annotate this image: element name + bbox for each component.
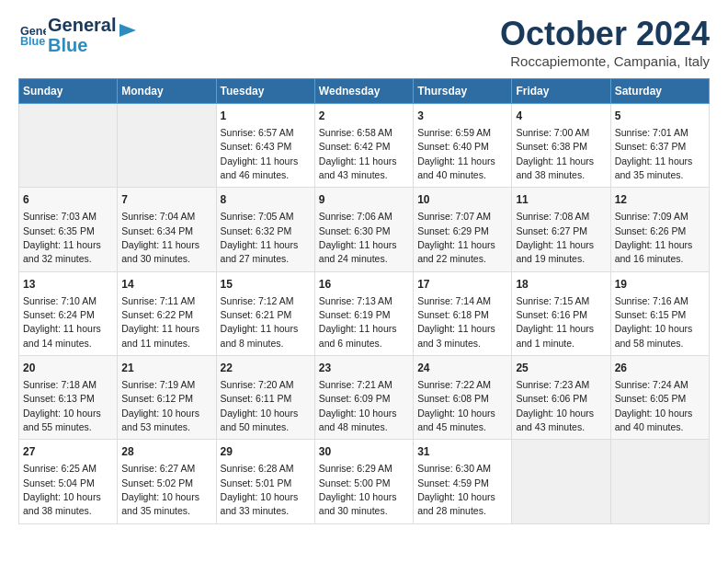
calendar-cell	[19, 104, 118, 188]
cell-info: Sunrise: 7:10 AMSunset: 6:24 PMDaylight:…	[23, 295, 101, 349]
calendar-cell: 20Sunrise: 7:18 AMSunset: 6:13 PMDayligh…	[19, 356, 118, 440]
calendar-cell: 10Sunrise: 7:07 AMSunset: 6:29 PMDayligh…	[414, 188, 512, 271]
day-number: 13	[23, 277, 113, 293]
svg-text:Blue: Blue	[20, 35, 45, 48]
calendar-cell: 5Sunrise: 7:01 AMSunset: 6:37 PMDaylight…	[610, 104, 709, 188]
logo-arrow	[118, 20, 138, 40]
calendar-cell: 25Sunrise: 7:23 AMSunset: 6:06 PMDayligh…	[512, 356, 610, 440]
cell-info: Sunrise: 7:00 AMSunset: 6:38 PMDaylight:…	[516, 127, 594, 180]
cell-info: Sunrise: 6:28 AMSunset: 5:01 PMDaylight:…	[221, 463, 299, 516]
cell-info: Sunrise: 7:24 AMSunset: 6:05 PMDaylight:…	[615, 379, 693, 432]
calendar-week-5: 27Sunrise: 6:25 AMSunset: 5:04 PMDayligh…	[19, 440, 710, 523]
calendar-cell: 11Sunrise: 7:08 AMSunset: 6:27 PMDayligh…	[512, 188, 610, 271]
calendar-cell: 7Sunrise: 7:04 AMSunset: 6:34 PMDaylight…	[118, 188, 216, 271]
cell-info: Sunrise: 6:29 AMSunset: 5:00 PMDaylight:…	[319, 463, 397, 516]
cell-info: Sunrise: 7:08 AMSunset: 6:27 PMDaylight:…	[516, 211, 594, 264]
title-block: October 2024 Roccapiemonte, Campania, It…	[500, 15, 710, 69]
day-number: 5	[615, 109, 705, 124]
cell-info: Sunrise: 7:20 AMSunset: 6:11 PMDaylight:…	[221, 379, 299, 432]
day-number: 12	[615, 192, 705, 208]
calendar-cell: 31Sunrise: 6:30 AMSunset: 4:59 PMDayligh…	[414, 440, 512, 523]
day-number: 14	[121, 277, 211, 293]
calendar-cell: 3Sunrise: 6:59 AMSunset: 6:40 PMDaylight…	[414, 104, 512, 188]
cell-info: Sunrise: 7:18 AMSunset: 6:13 PMDaylight:…	[23, 379, 101, 432]
calendar-cell: 14Sunrise: 7:11 AMSunset: 6:22 PMDayligh…	[118, 271, 216, 355]
cell-info: Sunrise: 7:05 AMSunset: 6:32 PMDaylight:…	[221, 211, 299, 264]
calendar-cell: 12Sunrise: 7:09 AMSunset: 6:26 PMDayligh…	[610, 188, 709, 271]
main-title: October 2024	[500, 15, 710, 53]
day-number: 9	[319, 192, 409, 208]
calendar-cell: 24Sunrise: 7:22 AMSunset: 6:08 PMDayligh…	[414, 356, 512, 440]
calendar-cell: 28Sunrise: 6:27 AMSunset: 5:02 PMDayligh…	[118, 440, 216, 523]
day-number: 17	[417, 277, 507, 293]
cell-info: Sunrise: 6:30 AMSunset: 4:59 PMDaylight:…	[417, 463, 495, 516]
day-number: 30	[319, 444, 409, 460]
day-number: 28	[121, 444, 211, 460]
day-number: 20	[23, 361, 113, 376]
logo-line1: General	[48, 15, 116, 35]
column-header-thursday: Thursday	[414, 79, 512, 104]
column-header-tuesday: Tuesday	[216, 79, 314, 104]
calendar-cell: 30Sunrise: 6:29 AMSunset: 5:00 PMDayligh…	[314, 440, 413, 523]
calendar-week-3: 13Sunrise: 7:10 AMSunset: 6:24 PMDayligh…	[19, 271, 710, 355]
cell-info: Sunrise: 7:11 AMSunset: 6:22 PMDaylight:…	[121, 295, 199, 349]
calendar-table: SundayMondayTuesdayWednesdayThursdayFrid…	[18, 78, 710, 524]
page: General Blue General Blue October 2024 R…	[0, 0, 728, 539]
cell-info: Sunrise: 6:25 AMSunset: 5:04 PMDaylight:…	[23, 463, 101, 516]
cell-info: Sunrise: 6:57 AMSunset: 6:43 PMDaylight:…	[221, 127, 299, 180]
day-number: 18	[516, 277, 606, 293]
day-number: 3	[417, 109, 507, 124]
day-number: 4	[516, 109, 606, 124]
cell-info: Sunrise: 7:03 AMSunset: 6:35 PMDaylight:…	[23, 211, 101, 264]
column-header-sunday: Sunday	[19, 79, 118, 104]
calendar-cell: 16Sunrise: 7:13 AMSunset: 6:19 PMDayligh…	[314, 271, 413, 355]
cell-info: Sunrise: 6:27 AMSunset: 5:02 PMDaylight:…	[121, 463, 199, 516]
svg-marker-3	[119, 24, 136, 37]
calendar-cell: 15Sunrise: 7:12 AMSunset: 6:21 PMDayligh…	[216, 271, 314, 355]
calendar-body: 1Sunrise: 6:57 AMSunset: 6:43 PMDaylight…	[19, 104, 710, 524]
day-number: 8	[221, 192, 311, 208]
day-number: 7	[121, 192, 211, 208]
day-number: 26	[615, 361, 705, 376]
cell-info: Sunrise: 7:21 AMSunset: 6:09 PMDaylight:…	[319, 379, 397, 432]
calendar-cell	[512, 440, 610, 523]
cell-info: Sunrise: 7:15 AMSunset: 6:16 PMDaylight:…	[516, 295, 594, 349]
day-number: 19	[615, 277, 705, 293]
calendar-cell: 27Sunrise: 6:25 AMSunset: 5:04 PMDayligh…	[19, 440, 118, 523]
day-number: 23	[319, 361, 409, 376]
day-number: 10	[417, 192, 507, 208]
cell-info: Sunrise: 7:07 AMSunset: 6:29 PMDaylight:…	[417, 211, 495, 264]
cell-info: Sunrise: 7:23 AMSunset: 6:06 PMDaylight:…	[516, 379, 594, 432]
day-number: 1	[221, 109, 311, 124]
calendar-cell: 22Sunrise: 7:20 AMSunset: 6:11 PMDayligh…	[216, 356, 314, 440]
cell-info: Sunrise: 6:59 AMSunset: 6:40 PMDaylight:…	[417, 127, 495, 180]
calendar-cell	[610, 440, 709, 523]
calendar-cell: 19Sunrise: 7:16 AMSunset: 6:15 PMDayligh…	[610, 271, 709, 355]
day-number: 21	[121, 361, 211, 376]
column-header-wednesday: Wednesday	[314, 79, 413, 104]
cell-info: Sunrise: 7:19 AMSunset: 6:12 PMDaylight:…	[121, 379, 199, 432]
column-header-monday: Monday	[118, 79, 216, 104]
calendar-cell: 6Sunrise: 7:03 AMSunset: 6:35 PMDaylight…	[19, 188, 118, 271]
day-number: 27	[23, 444, 113, 460]
cell-info: Sunrise: 7:13 AMSunset: 6:19 PMDaylight:…	[319, 295, 397, 349]
logo-line2: Blue	[48, 35, 116, 55]
cell-info: Sunrise: 7:01 AMSunset: 6:37 PMDaylight:…	[615, 127, 693, 180]
calendar-cell: 1Sunrise: 6:57 AMSunset: 6:43 PMDaylight…	[216, 104, 314, 188]
day-number: 2	[319, 109, 409, 124]
calendar-cell: 18Sunrise: 7:15 AMSunset: 6:16 PMDayligh…	[512, 271, 610, 355]
column-header-saturday: Saturday	[610, 79, 709, 104]
day-number: 24	[417, 361, 507, 376]
calendar-week-1: 1Sunrise: 6:57 AMSunset: 6:43 PMDaylight…	[19, 104, 710, 188]
cell-info: Sunrise: 7:04 AMSunset: 6:34 PMDaylight:…	[121, 211, 199, 264]
day-number: 11	[516, 192, 606, 208]
cell-info: Sunrise: 7:09 AMSunset: 6:26 PMDaylight:…	[615, 211, 693, 264]
cell-info: Sunrise: 7:16 AMSunset: 6:15 PMDaylight:…	[615, 295, 693, 349]
header: General Blue General Blue October 2024 R…	[18, 15, 710, 69]
calendar-header-row: SundayMondayTuesdayWednesdayThursdayFrid…	[19, 79, 710, 104]
calendar-cell: 4Sunrise: 7:00 AMSunset: 6:38 PMDaylight…	[512, 104, 610, 188]
calendar-cell: 29Sunrise: 6:28 AMSunset: 5:01 PMDayligh…	[216, 440, 314, 523]
logo-icon: General Blue	[20, 22, 46, 48]
calendar-cell: 8Sunrise: 7:05 AMSunset: 6:32 PMDaylight…	[216, 188, 314, 271]
calendar-cell: 13Sunrise: 7:10 AMSunset: 6:24 PMDayligh…	[19, 271, 118, 355]
